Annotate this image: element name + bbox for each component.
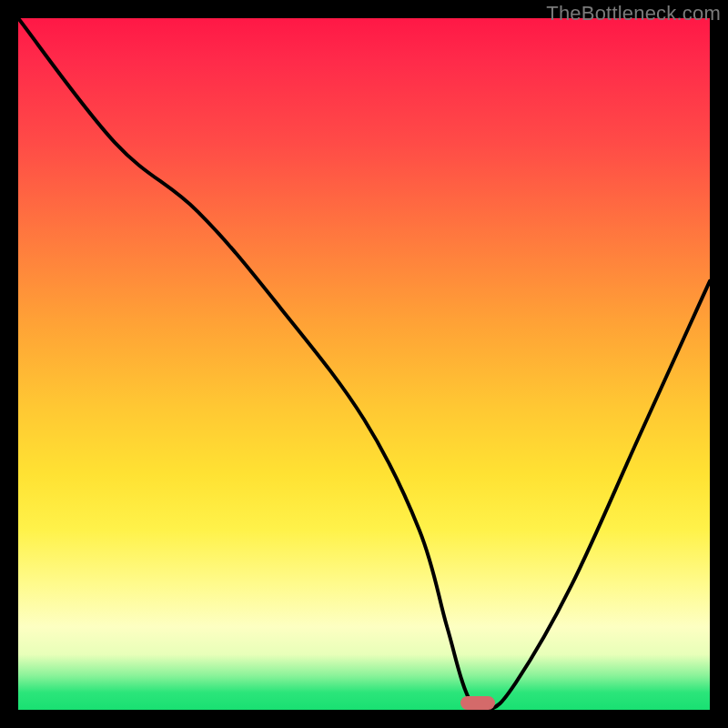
bottleneck-curve: [18, 18, 710, 710]
optimum-marker: [460, 696, 495, 710]
chart-frame: TheBottleneck.com: [0, 0, 728, 728]
watermark-text: TheBottleneck.com: [546, 2, 721, 25]
plot-area: [18, 18, 710, 710]
